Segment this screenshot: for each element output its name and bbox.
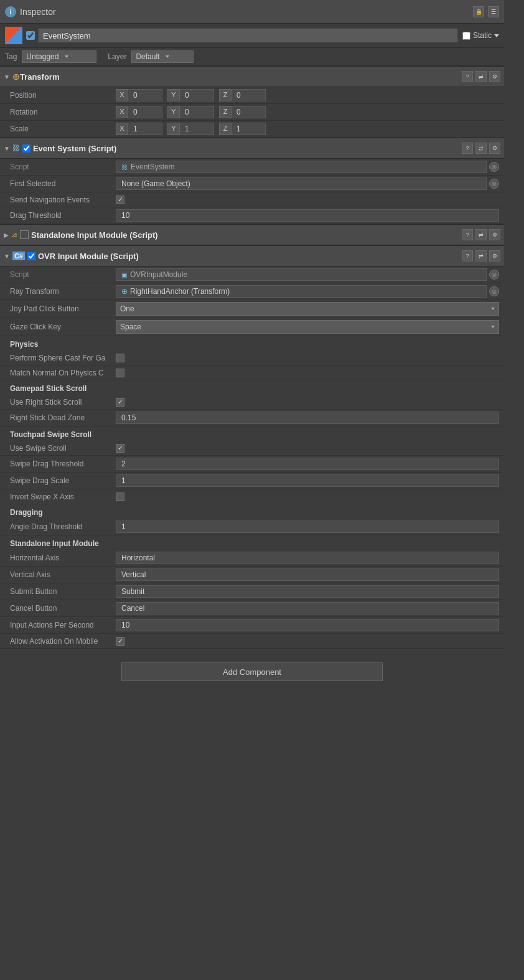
static-dropdown-arrow[interactable] xyxy=(494,34,499,37)
standalone-collapse-arrow[interactable] xyxy=(4,232,9,238)
position-x-label: X xyxy=(116,89,128,101)
scale-y-value[interactable]: 1 xyxy=(180,123,214,135)
submit-button-row: Submit Button Submit xyxy=(0,583,504,600)
event-system-script-picker[interactable]: ◎ xyxy=(489,162,499,172)
lock-icon[interactable]: 🔒 xyxy=(473,6,484,17)
joypad-dropdown[interactable]: One xyxy=(116,302,499,316)
input-actions-label: Input Actions Per Second xyxy=(10,621,116,629)
layer-dropdown[interactable]: Default xyxy=(131,50,194,63)
static-label: Static xyxy=(473,31,492,40)
transform-help-btn[interactable]: ? xyxy=(462,71,473,82)
allow-activation-checkbox[interactable] xyxy=(116,637,124,646)
match-normal-checkbox[interactable] xyxy=(116,369,124,377)
standalone-link-btn[interactable]: ⇌ xyxy=(475,229,487,240)
ovr-gear-btn[interactable]: ⚙ xyxy=(489,250,500,261)
horizontal-axis-row: Horizontal Axis Horizontal xyxy=(0,550,504,567)
angle-drag-value[interactable]: 1 xyxy=(116,521,499,533)
right-dead-zone-value[interactable]: 0.15 xyxy=(116,412,499,424)
rotation-x-pair: X 0 xyxy=(116,106,162,118)
gameobject-name-field[interactable] xyxy=(39,29,457,42)
gameobject-icon xyxy=(5,27,22,44)
swipe-drag-threshold-label: Swipe Drag Threshold xyxy=(10,459,116,468)
ovr-icon: C# xyxy=(12,252,25,260)
cancel-button-value[interactable]: Cancel xyxy=(116,602,499,615)
static-checkbox[interactable] xyxy=(462,32,470,40)
event-system-help-btn[interactable]: ? xyxy=(462,143,473,154)
transform-gear-btn[interactable]: ⚙ xyxy=(489,71,500,82)
invert-swipe-checkbox[interactable] xyxy=(116,492,124,501)
sphere-cast-checkbox[interactable] xyxy=(116,354,124,362)
cancel-button-label: Cancel Button xyxy=(10,604,116,613)
ovr-script-row: Script ▣ OVRInputModule ◎ xyxy=(0,266,504,283)
standalone-box-icon xyxy=(20,230,29,239)
cancel-button-row: Cancel Button Cancel xyxy=(0,600,504,617)
ovr-script-picker[interactable]: ◎ xyxy=(489,270,499,280)
ovr-link-btn[interactable]: ⇌ xyxy=(475,250,487,261)
position-x-pair: X 0 xyxy=(116,89,162,101)
ray-transform-icon: ⊕ xyxy=(121,287,128,296)
allow-activation-value xyxy=(116,637,499,646)
ray-transform-value[interactable]: ⊕ RightHandAnchor (Transform) xyxy=(116,285,487,298)
ovr-title: OVR Input Module (Script) xyxy=(38,252,462,261)
scale-z-value[interactable]: 1 xyxy=(232,123,266,135)
vertical-axis-row: Vertical Axis Vertical xyxy=(0,567,504,583)
swipe-drag-threshold-value[interactable]: 2 xyxy=(116,458,499,470)
standalone-gear-btn[interactable]: ⚙ xyxy=(489,229,500,240)
send-nav-value xyxy=(116,196,499,204)
rotation-z-label: Z xyxy=(219,106,232,118)
use-swipe-checkbox[interactable] xyxy=(116,444,124,453)
title-bar: i Inspector 🔒 ☰ xyxy=(0,0,504,24)
tag-dropdown[interactable]: Untagged xyxy=(22,50,96,63)
drag-threshold-value[interactable]: 10 xyxy=(116,209,499,222)
scale-x-value[interactable]: 1 xyxy=(128,123,162,135)
position-z-pair: Z 0 xyxy=(219,89,266,101)
transform-link-btn[interactable]: ⇌ xyxy=(475,71,487,82)
input-actions-value[interactable]: 10 xyxy=(116,619,499,631)
scale-x-pair: X 1 xyxy=(116,123,162,135)
rotation-y-label: Y xyxy=(167,106,180,118)
tag-layer-row: Tag Untagged Layer Default xyxy=(0,48,504,66)
menu-icon[interactable]: ☰ xyxy=(488,6,499,17)
horizontal-axis-label: Horizontal Axis xyxy=(10,554,116,562)
send-nav-checkbox[interactable] xyxy=(116,196,124,204)
event-system-link-btn[interactable]: ⇌ xyxy=(475,143,487,154)
submit-button-value[interactable]: Submit xyxy=(116,585,499,598)
use-right-stick-checkbox[interactable] xyxy=(116,398,124,407)
drag-threshold-row: Drag Threshold 10 xyxy=(0,207,504,224)
ray-transform-picker[interactable]: ◎ xyxy=(489,286,499,296)
ovr-script-value: ▣ OVRInputModule xyxy=(116,268,487,281)
invert-swipe-label: Invert Swipe X Axis xyxy=(10,492,116,501)
standalone-help-btn[interactable]: ? xyxy=(462,229,473,240)
inspector-panel: i Inspector 🔒 ☰ Static Tag Untagged Laye… xyxy=(0,0,504,695)
scale-value: X 1 Y 1 Z 1 xyxy=(116,123,499,135)
gameobject-active-toggle[interactable] xyxy=(26,31,35,40)
position-x-value[interactable]: 0 xyxy=(128,89,162,101)
event-system-collapse-arrow[interactable] xyxy=(4,145,10,152)
position-z-value[interactable]: 0 xyxy=(232,89,266,101)
use-right-stick-label: Use Right Stick Scroll xyxy=(10,398,116,407)
position-y-label: Y xyxy=(167,89,180,101)
position-y-value[interactable]: 0 xyxy=(180,89,214,101)
gameobject-row: Static xyxy=(0,24,504,48)
horizontal-axis-value[interactable]: Horizontal xyxy=(116,552,499,564)
gaze-click-dropdown[interactable]: Space xyxy=(116,320,499,334)
ovr-script-icon: ▣ xyxy=(121,271,127,278)
swipe-drag-scale-value[interactable]: 1 xyxy=(116,474,499,487)
event-system-enable-toggle[interactable] xyxy=(22,144,30,153)
tag-label: Tag xyxy=(5,52,17,61)
first-selected-value[interactable]: None (Game Object) xyxy=(116,177,487,190)
transform-collapse-arrow[interactable] xyxy=(4,73,10,80)
first-selected-picker[interactable]: ◎ xyxy=(489,179,499,189)
ovr-enable-toggle[interactable] xyxy=(27,252,35,260)
vertical-axis-value[interactable]: Vertical xyxy=(116,568,499,581)
add-component-button[interactable]: Add Component xyxy=(121,662,383,681)
info-icon: i xyxy=(5,6,16,17)
rotation-z-value[interactable]: 0 xyxy=(232,106,266,118)
event-system-gear-btn[interactable]: ⚙ xyxy=(489,143,500,154)
use-swipe-label: Use Swipe Scroll xyxy=(10,444,116,453)
ovr-collapse-arrow[interactable] xyxy=(4,253,10,260)
rotation-y-value[interactable]: 0 xyxy=(180,106,214,118)
rotation-x-value[interactable]: 0 xyxy=(128,106,162,118)
ovr-help-btn[interactable]: ? xyxy=(462,250,473,261)
position-label: Position xyxy=(10,91,116,100)
